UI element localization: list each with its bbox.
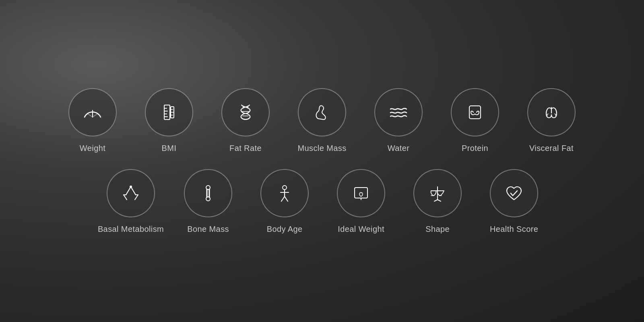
- muscle-mass-label: Muscle Mass: [297, 144, 346, 153]
- metric-protein[interactable]: Protein: [443, 88, 507, 153]
- protein-icon-circle: [451, 88, 499, 136]
- health-score-icon-circle: [490, 169, 538, 217]
- metric-weight[interactable]: Weight: [60, 88, 125, 153]
- metric-body-age[interactable]: Body Age: [252, 169, 317, 234]
- svg-line-2: [87, 114, 93, 117]
- weight-label: Weight: [80, 144, 105, 153]
- shape-label: Shape: [425, 225, 450, 234]
- svg-point-27: [283, 186, 287, 190]
- water-label: Water: [388, 144, 410, 153]
- visceral-fat-icon: [539, 100, 564, 124]
- metric-visceral-fat[interactable]: Visceral Fat: [519, 88, 584, 153]
- svg-line-16: [126, 187, 131, 195]
- weight-icon: [80, 100, 105, 124]
- bmi-icon-circle: [145, 88, 193, 136]
- health-score-label: Health Score: [490, 225, 538, 234]
- body-age-icon: [272, 181, 297, 205]
- water-icon-circle: [374, 88, 423, 136]
- muscle-mass-icon-circle: [298, 88, 346, 136]
- metric-water[interactable]: Water: [366, 88, 431, 153]
- metric-bmi[interactable]: BMI: [137, 88, 201, 153]
- fat-rate-icon: [233, 100, 258, 124]
- svg-rect-3: [164, 105, 170, 120]
- visceral-fat-icon-circle: [527, 88, 576, 136]
- bone-mass-icon: [196, 181, 220, 205]
- svg-line-18: [124, 195, 127, 200]
- ideal-weight-label: Ideal Weight: [338, 225, 384, 234]
- svg-point-22: [130, 186, 132, 188]
- shape-icon-circle: [413, 169, 462, 217]
- muscle-mass-icon: [310, 100, 334, 124]
- protein-label: Protein: [462, 144, 488, 153]
- health-score-icon: [502, 181, 526, 205]
- svg-line-30: [281, 196, 285, 201]
- visceral-fat-label: Visceral Fat: [529, 144, 574, 153]
- water-icon: [386, 100, 411, 124]
- bmi-icon: [157, 100, 181, 124]
- metric-bone-mass[interactable]: Bone Mass: [176, 169, 240, 234]
- basal-metabolism-icon-circle: [107, 169, 155, 217]
- bone-mass-icon-circle: [184, 169, 232, 217]
- metrics-row-2: Basal Metabolism Bone Mass: [98, 169, 546, 234]
- ideal-weight-icon-circle: [337, 169, 385, 217]
- bone-mass-label: Bone Mass: [187, 225, 229, 234]
- fat-rate-icon-circle: [221, 88, 270, 136]
- basal-metabolism-label: Basal Metabolism: [98, 225, 164, 234]
- metric-muscle-mass[interactable]: Muscle Mass: [290, 88, 354, 153]
- metrics-row-1: Weight BMI: [60, 88, 584, 153]
- metric-health-score[interactable]: Health Score: [482, 169, 546, 234]
- basal-metabolism-icon: [119, 181, 143, 205]
- shape-icon: [425, 181, 450, 205]
- svg-line-39: [434, 200, 438, 201]
- weight-icon-circle: [68, 88, 117, 136]
- metric-ideal-weight[interactable]: Ideal Weight: [329, 169, 393, 234]
- svg-line-40: [438, 200, 441, 201]
- bmi-label: BMI: [162, 144, 177, 153]
- svg-line-21: [135, 195, 138, 200]
- protein-icon: [463, 100, 487, 124]
- svg-line-19: [131, 187, 136, 195]
- body-age-label: Body Age: [267, 225, 303, 234]
- svg-line-1: [93, 114, 98, 117]
- metric-basal-metabolism[interactable]: Basal Metabolism: [98, 169, 164, 234]
- ideal-weight-icon: [349, 181, 373, 205]
- metrics-grid: Weight BMI: [60, 88, 584, 234]
- metric-fat-rate[interactable]: Fat Rate: [213, 88, 278, 153]
- body-age-icon-circle: [260, 169, 309, 217]
- fat-rate-label: Fat Rate: [229, 144, 262, 153]
- svg-line-31: [285, 196, 288, 201]
- metric-shape[interactable]: Shape: [405, 169, 470, 234]
